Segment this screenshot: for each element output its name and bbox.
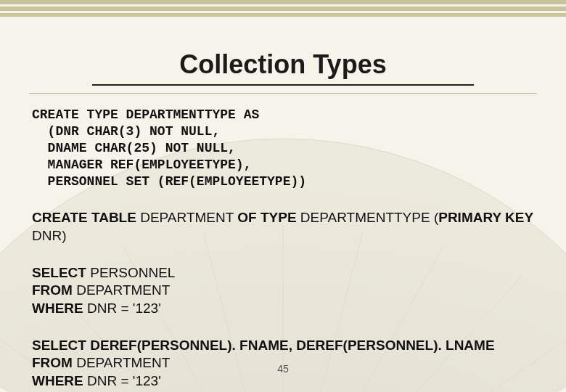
kw-where: WHERE — [32, 373, 83, 388]
create-type-code: CREATE TYPE DEPARTMENTTYPE AS (DNR CHAR(… — [32, 107, 534, 190]
slide-body: Collection Types CREATE TYPE DEPARTMENTT… — [0, 0, 566, 392]
title-underline — [29, 93, 537, 94]
kw-deref: DEREF(PERSONNEL). FNAME, DEREF(PERSONNEL… — [86, 338, 495, 353]
slide-title: Collection Types — [92, 49, 473, 86]
text: DEPARTMENTTYPE ( — [297, 210, 439, 225]
kw-primary-key: PRIMARY KEY — [438, 210, 533, 225]
kw-from: FROM — [32, 355, 73, 370]
kw-create-table: CREATE TABLE — [32, 210, 136, 225]
text: DNR = '123' — [83, 373, 161, 388]
kw-where: WHERE — [32, 301, 83, 316]
text: DEPARTMENT — [136, 210, 237, 225]
text: DNR) — [32, 228, 67, 243]
kw-of-type: OF TYPE — [237, 210, 296, 225]
text: PERSONNEL — [86, 265, 175, 280]
kw-from: FROM — [32, 282, 73, 298]
kw-select: SELECT — [32, 338, 86, 353]
text: DEPARTMENT — [73, 282, 170, 298]
title-wrap: Collection Types — [29, 49, 537, 86]
create-table-sql: CREATE TABLE DEPARTMENT OF TYPE DEPARTME… — [32, 209, 534, 245]
kw-select: SELECT — [32, 265, 86, 280]
page-number: 45 — [277, 363, 289, 375]
text: DNR = '123' — [83, 301, 161, 316]
text: DEPARTMENT — [73, 355, 170, 370]
slide-content: CREATE TYPE DEPARTMENTTYPE AS (DNR CHAR(… — [29, 107, 537, 391]
select-personnel-sql: SELECT PERSONNEL FROM DEPARTMENT WHERE D… — [32, 264, 534, 318]
